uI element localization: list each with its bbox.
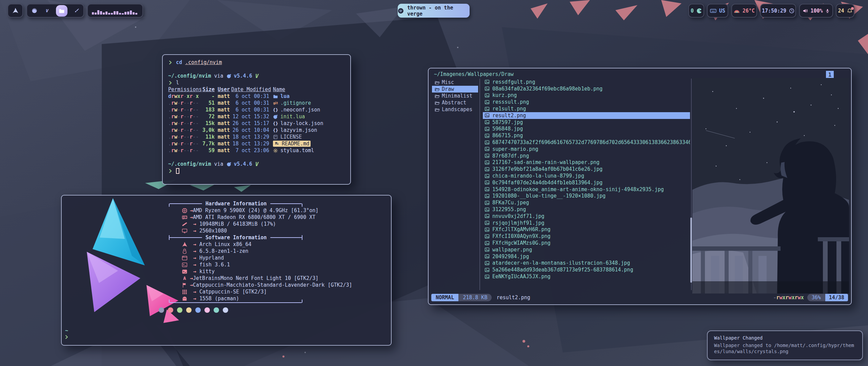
weather-module[interactable]: 26°C <box>731 4 757 18</box>
notification-body: Wallpaper changed to /home/matt/.config/… <box>714 342 856 354</box>
terminal-command-line: cd .config/nvim <box>168 59 345 66</box>
file-item[interactable]: 3126f7e9bbf21a8a4af0b67b041c6e26.jpg <box>483 166 690 172</box>
terminal-file-row: .rw-r--r--51matt6 oct 00:31git.gitignore <box>168 100 345 106</box>
file-item[interactable]: chica-mirando-la-luna-8799.jpg <box>483 172 690 179</box>
fetch-info-line: →Arch Linux x86_64 <box>169 241 302 248</box>
fetch-prompt-path: ~ <box>65 328 68 334</box>
clock-icon <box>789 8 794 14</box>
sidebar-folder-draw[interactable]: Draw <box>432 86 478 93</box>
terminal-icon <box>182 269 188 274</box>
keyboard-layout-module[interactable]: US <box>707 4 728 18</box>
workspace-2[interactable]: V <box>43 7 51 15</box>
file-item[interactable]: EeNKYgIUcAAJ5JX.png <box>483 273 690 280</box>
display-icon <box>182 228 188 234</box>
nvim-icon: V <box>255 161 259 167</box>
mode-badge: NORMAL <box>431 294 458 301</box>
file-item[interactable]: re1sult.png <box>483 105 690 112</box>
image-icon <box>485 126 490 131</box>
folder-open-icon <box>435 107 440 112</box>
file-item[interactable]: 8FKa7Cu.jpeg <box>483 199 690 206</box>
app-launcher-button[interactable] <box>7 4 23 18</box>
image-icon <box>485 180 490 185</box>
lua-icon <box>226 74 232 79</box>
file-item[interactable]: 08a634fa02a32364f69ebc86a98eb1eb.png <box>483 85 690 92</box>
workspaces-bar[interactable]: V <box>26 4 84 18</box>
notifications-module[interactable]: 24 <box>836 4 854 18</box>
spotify-now-playing[interactable]: thrown - on the verge <box>398 4 470 18</box>
terminal-file-row: .rw-r--r--72matt12 oct 15:32init.lua <box>168 113 345 120</box>
packages-icon <box>182 296 188 302</box>
file-item[interactable]: nnvuv0xj2df71.jpg <box>483 213 690 220</box>
clock-module[interactable]: 17:50:29 <box>760 4 796 18</box>
file-item[interactable]: wallpaper.png <box>483 246 690 253</box>
scroll-percent-badge: 36% <box>807 294 825 301</box>
image-icon <box>485 234 490 239</box>
audio-module[interactable]: 100% <box>799 4 833 18</box>
file-list-scrollbar[interactable] <box>690 218 692 283</box>
visualizer-bar <box>119 13 121 15</box>
braces-icon: {} <box>273 128 278 133</box>
sidebar-folder-abstract[interactable]: Abstract <box>432 99 478 106</box>
image-preview <box>692 78 849 293</box>
fetch-info-line: →Catppuccin-SE [GTK2/3] <box>169 288 302 295</box>
image-icon <box>485 254 490 259</box>
file-item[interactable]: 19201080-__blue-tinge__-1920×1080.jpg <box>483 193 690 200</box>
sidebar-folder-misc[interactable]: Misc <box>432 79 478 86</box>
file-item[interactable]: 0c794faf07de24a4db4d4fb1eb813964.jpg <box>483 179 690 186</box>
file-item[interactable]: result2.png <box>483 112 690 119</box>
visualizer-bar <box>95 13 97 15</box>
file-item[interactable]: 587597.jpg <box>483 119 690 126</box>
image-icon <box>485 247 490 252</box>
image-icon <box>485 86 490 91</box>
file-item[interactable]: 68747470733a2f2f696d616765732d7769786d70… <box>483 139 690 146</box>
workspace-3[interactable] <box>56 5 67 17</box>
workspace-4[interactable] <box>72 7 80 15</box>
file-item[interactable]: FXfcHgcWIAMzs0G.png <box>483 240 690 246</box>
visualizer-bar <box>122 13 124 15</box>
file-item[interactable]: 866715.png <box>483 132 690 139</box>
workspace-1[interactable] <box>30 7 38 15</box>
terminal-file-row: .rw-r--r--11kmatt18 oct 13:29LICENSE <box>168 134 345 140</box>
file-item[interactable]: atardecer-en-la-montanas-ilustracion-634… <box>483 260 690 267</box>
image-icon <box>485 120 490 125</box>
file-item[interactable]: 20492984.jpg <box>483 253 690 260</box>
file-item[interactable]: ressdfgult.png <box>483 79 690 85</box>
image-icon <box>485 146 490 151</box>
file-item[interactable]: 217167-sad-anime-rain-wallpaper.png <box>483 159 690 166</box>
file-item[interactable]: 5a266e448add93deab367d87173e9f25-6837886… <box>483 266 690 273</box>
file-item[interactable]: FXfcII0X0AQyn9X.png <box>483 233 690 240</box>
image-icon <box>485 241 490 246</box>
fetch-info-line: →fish 3.6.1 <box>169 261 302 268</box>
file-item[interactable]: super-mario.png <box>483 146 690 152</box>
braces-icon: {} <box>273 107 278 113</box>
file-item[interactable]: 154928-odinokoe_anime-art-anime-okno-sin… <box>483 186 690 193</box>
visualizer-bar <box>100 11 102 15</box>
sidebar-folder-minimalist[interactable]: Minimalist <box>432 93 478 99</box>
terminal-window[interactable]: cd .config/nvim ~/.config/nvim via v5.4.… <box>162 54 351 185</box>
file-item[interactable]: FXfcJlTXgAMvH6R.png <box>483 226 690 233</box>
file-item[interactable]: 596848.jpg <box>483 126 690 133</box>
file-item[interactable]: resssult.png <box>483 99 690 105</box>
terminal-file-row: .rw-r--r--3,0kmatt26 oct 10:04{}lazyvim.… <box>168 127 345 134</box>
image-icon <box>485 174 490 179</box>
ram-icon <box>182 221 188 227</box>
keyboard-icon <box>710 8 716 14</box>
notification-popup[interactable]: Wallpaper Changed Wallpaper changed to /… <box>707 330 863 360</box>
visualizer-bar <box>130 11 132 15</box>
notification-dot <box>851 7 854 10</box>
file-item[interactable]: kurz.png <box>483 92 690 99</box>
file-item[interactable]: rsjqojlmjhf91.jpg <box>483 220 690 226</box>
palette-dot <box>159 307 164 313</box>
file-manager-window[interactable]: ~/Imagenes/Wallpapers/Draw 1 MiscDrawMin… <box>428 68 852 305</box>
file-item[interactable]: 87r687df.png <box>483 152 690 159</box>
fetch-prompt[interactable] <box>64 334 69 341</box>
updates-module[interactable]: 0 <box>688 4 704 18</box>
image-icon <box>485 267 490 272</box>
system-fetch-window[interactable]: Hardware Information →AMD Ryzen 9 5900X … <box>61 195 392 346</box>
fetch-info-line: →Catppuccin-Macchiato-Standard-Lavender-… <box>169 282 302 288</box>
terminal-active-prompt[interactable] <box>168 167 345 174</box>
file-item[interactable]: 3122955.png <box>483 206 690 213</box>
audio-visualizer[interactable] <box>87 4 143 18</box>
sidebar-folder-landscapes[interactable]: Landscapes <box>432 106 478 113</box>
visualizer-bar <box>111 13 113 15</box>
